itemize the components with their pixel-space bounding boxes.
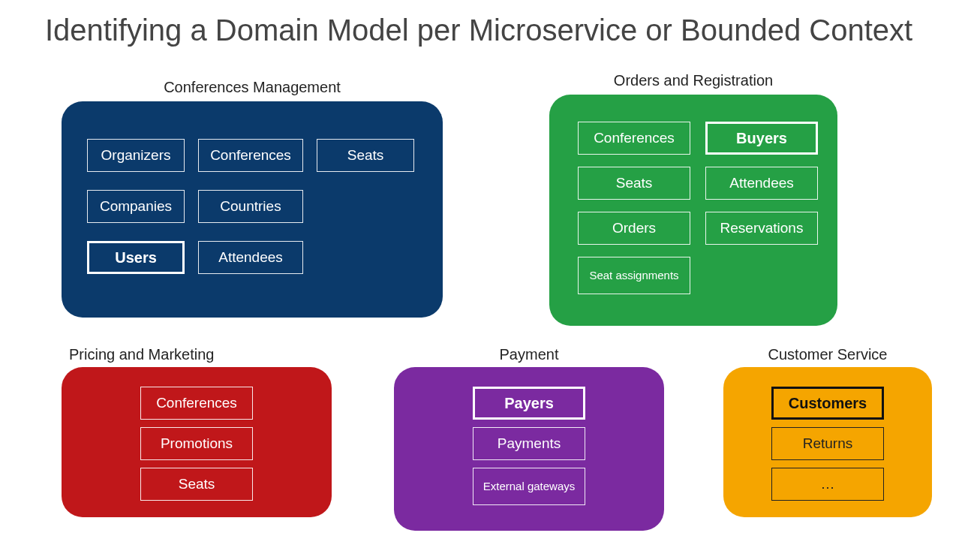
entity-pm-conferences: Conferences (140, 387, 253, 420)
context-title-py: Payment (394, 346, 664, 363)
context-orders-registration: Conferences Buyers Seats Attendees Order… (549, 95, 837, 326)
entity-reservations: Reservations (705, 212, 818, 245)
or-grid: Conferences Buyers Seats Attendees Order… (564, 111, 822, 296)
entity-countries: Countries (198, 190, 303, 223)
entity-seat-assignments: Seat assignments (578, 257, 690, 294)
context-payment: Payers Payments External gateways (394, 367, 664, 531)
entity-returns: Returns (771, 427, 884, 460)
context-title-pm: Pricing and Marketing (62, 346, 332, 363)
context-conferences-management: Organizers Conferences Seats Companies C… (62, 101, 443, 318)
entity-payers: Payers (473, 387, 585, 420)
entity-customers: Customers (771, 387, 884, 420)
entity-external-gateways: External gateways (473, 468, 585, 505)
context-customer-service: Customers Returns … (723, 367, 932, 517)
entity-companies: Companies (87, 190, 185, 223)
entity-promotions: Promotions (140, 427, 253, 460)
entity-or-conferences: Conferences (578, 122, 690, 155)
entity-blank (317, 190, 414, 226)
entity-or-seats: Seats (578, 167, 690, 200)
page-title: Identifying a Domain Model per Microserv… (45, 14, 912, 47)
entity-conferences: Conferences (198, 139, 303, 172)
entity-seats: Seats (317, 139, 414, 172)
entity-orders: Orders (578, 212, 690, 245)
context-title-cs: Customer Service (723, 346, 932, 363)
cs-col: Customers Returns … (738, 384, 917, 501)
entity-or-attendees: Attendees (705, 167, 818, 200)
entity-users: Users (87, 241, 185, 274)
context-pricing-marketing: Conferences Promotions Seats (62, 367, 332, 517)
entity-organizers: Organizers (87, 139, 185, 172)
entity-pm-seats: Seats (140, 468, 253, 501)
entity-buyers: Buyers (705, 122, 818, 155)
cm-grid: Organizers Conferences Seats Companies C… (77, 118, 428, 283)
context-title-cm: Conferences Management (62, 79, 443, 96)
context-title-or: Orders and Registration (549, 72, 837, 89)
entity-attendees: Attendees (198, 241, 303, 274)
entity-more: … (771, 468, 884, 501)
py-col: Payers Payments External gateways (409, 384, 649, 505)
pm-col: Conferences Promotions Seats (77, 384, 317, 501)
entity-payments: Payments (473, 427, 585, 460)
